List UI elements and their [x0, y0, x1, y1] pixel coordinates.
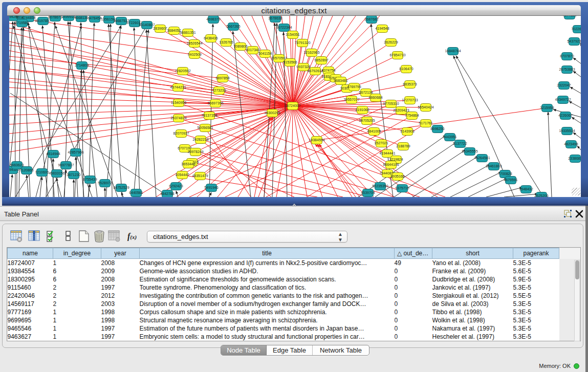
- svg-text:45351479: 45351479: [192, 174, 208, 178]
- svg-text:16848784: 16848784: [445, 49, 461, 53]
- svg-text:9548432: 9548432: [519, 187, 533, 191]
- svg-text:4842788: 4842788: [160, 192, 174, 195]
- svg-text:17270733: 17270733: [402, 98, 418, 102]
- svg-text:2338687: 2338687: [568, 157, 581, 160]
- svg-text:2322047: 2322047: [557, 83, 571, 87]
- svg-text:45833156: 45833156: [49, 171, 64, 175]
- svg-text:50056581: 50056581: [197, 126, 213, 129]
- svg-text:8935169: 8935169: [390, 174, 404, 178]
- svg-text:49349722: 49349722: [555, 98, 571, 101]
- svg-text:4514944: 4514944: [46, 152, 60, 156]
- svg-text:4539704: 4539704: [361, 191, 375, 194]
- svg-text:88461803: 88461803: [486, 164, 502, 168]
- svg-text:3215958: 3215958: [540, 106, 554, 110]
- svg-text:5137722: 5137722: [453, 142, 467, 145]
- svg-text:33978249: 33978249: [187, 150, 203, 154]
- svg-text:4374754: 4374754: [321, 69, 335, 72]
- svg-text:9937326: 9937326: [296, 65, 310, 69]
- svg-text:9897858: 9897858: [215, 76, 229, 80]
- svg-text:85345555: 85345555: [462, 149, 477, 153]
- svg-text:8698256: 8698256: [430, 127, 444, 130]
- svg-text:32162965: 32162965: [303, 51, 319, 54]
- svg-text:8835373: 8835373: [403, 82, 417, 86]
- svg-text:4679591: 4679591: [504, 178, 517, 182]
- svg-text:5667265: 5667265: [226, 25, 240, 28]
- svg-text:2839607: 2839607: [153, 27, 167, 30]
- svg-text:4668136: 4668136: [74, 16, 88, 19]
- svg-text:20570592: 20570592: [271, 56, 287, 60]
- svg-text:19335534: 19335534: [559, 129, 575, 133]
- svg-text:5663623: 5663623: [10, 163, 24, 167]
- svg-text:18300295: 18300295: [264, 111, 280, 115]
- svg-text:19384554: 19384554: [309, 138, 324, 142]
- svg-text:7402509: 7402509: [187, 53, 201, 56]
- svg-text:8755439: 8755439: [83, 178, 97, 181]
- svg-text:4194548: 4194548: [375, 27, 389, 30]
- svg-text:5437923: 5437923: [567, 39, 581, 43]
- svg-text:6292423: 6292423: [169, 184, 183, 188]
- svg-text:78137358: 78137358: [201, 114, 217, 117]
- svg-text:23209423: 23209423: [393, 108, 409, 112]
- svg-text:9683481: 9683481: [334, 79, 347, 82]
- svg-text:66722344: 66722344: [276, 26, 292, 29]
- svg-text:2188789: 2188789: [396, 144, 410, 148]
- svg-text:45264581: 45264581: [474, 156, 490, 160]
- svg-text:7700828: 7700828: [498, 172, 512, 176]
- svg-text:8707870: 8707870: [560, 54, 574, 58]
- svg-text:94705205: 94705205: [359, 119, 375, 122]
- svg-text:73791320: 73791320: [294, 41, 310, 45]
- svg-text:2714803: 2714803: [75, 63, 89, 67]
- svg-text:82070937: 82070937: [173, 132, 189, 135]
- svg-text:18724007: 18724007: [285, 104, 300, 107]
- svg-text:5443951: 5443951: [443, 135, 456, 139]
- svg-text:7754864: 7754864: [405, 114, 419, 117]
- svg-text:8078673: 8078673: [48, 16, 62, 19]
- svg-text:41944441: 41944441: [379, 151, 395, 155]
- svg-text:3154051: 3154051: [286, 33, 299, 36]
- svg-text:84752529: 84752529: [113, 186, 129, 189]
- svg-text:2719583: 2719583: [15, 21, 29, 25]
- svg-text:9143903: 9143903: [400, 129, 414, 133]
- svg-text:5491946: 5491946: [204, 186, 218, 189]
- svg-text:8106470: 8106470: [399, 67, 413, 71]
- svg-text:11540956: 11540956: [171, 101, 187, 104]
- svg-text:5171761: 5171761: [419, 121, 432, 125]
- svg-text:1499914: 1499914: [61, 16, 75, 18]
- svg-text:6440561: 6440561: [129, 191, 143, 194]
- svg-text:2626229: 2626229: [384, 40, 398, 44]
- svg-text:7120868: 7120868: [19, 168, 33, 172]
- svg-text:83197857: 83197857: [35, 19, 51, 23]
- svg-text:39557077: 39557077: [343, 98, 359, 101]
- svg-text:5041154: 5041154: [258, 52, 272, 55]
- svg-text:4860684: 4860684: [368, 96, 382, 99]
- svg-text:24282218: 24282218: [192, 138, 208, 141]
- svg-text:3684052: 3684052: [167, 29, 181, 32]
- svg-text:3678638: 3678638: [268, 16, 282, 20]
- svg-text:3871230: 3871230: [67, 173, 80, 177]
- svg-text:4769795: 4769795: [347, 85, 361, 89]
- svg-text:6438436: 6438436: [204, 36, 217, 40]
- svg-text:96977837: 96977837: [58, 163, 74, 167]
- svg-text:83140807: 83140807: [139, 23, 155, 27]
- svg-text:7273233: 7273233: [212, 89, 226, 92]
- svg-text:2525206: 2525206: [534, 194, 548, 197]
- svg-text:97705310: 97705310: [383, 102, 399, 105]
- svg-text:52235350: 52235350: [372, 184, 388, 188]
- svg-text:6672134: 6672134: [359, 91, 373, 94]
- svg-text:4841005: 4841005: [367, 129, 381, 133]
- svg-text:66661351: 66661351: [180, 31, 195, 34]
- svg-text:18526544: 18526544: [186, 41, 202, 45]
- svg-text:9478454: 9478454: [88, 16, 101, 20]
- svg-text:6707197: 6707197: [178, 146, 191, 150]
- svg-text:7089806: 7089806: [233, 45, 247, 48]
- svg-text:7210606: 7210606: [35, 170, 49, 174]
- svg-text:86644106: 86644106: [383, 163, 399, 166]
- svg-text:36697396: 36697396: [207, 101, 223, 105]
- svg-text:4823498: 4823498: [564, 142, 578, 146]
- svg-text:3653446: 3653446: [181, 162, 195, 166]
- svg-text:4226067: 4226067: [558, 114, 572, 117]
- svg-text:26753883: 26753883: [559, 68, 575, 71]
- svg-text:7374122: 7374122: [562, 16, 576, 17]
- svg-text:72820592: 72820592: [175, 69, 190, 73]
- svg-text:2687682: 2687682: [364, 17, 378, 21]
